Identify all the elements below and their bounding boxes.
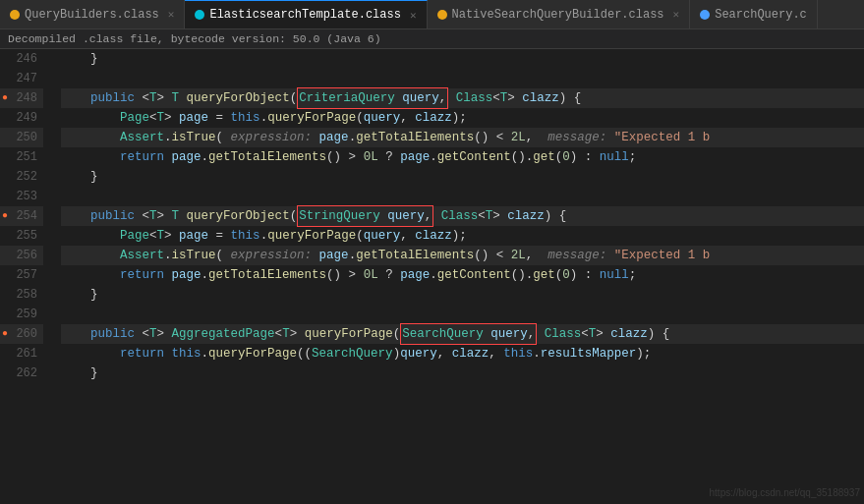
code-line-257: return page . getTotalElements () > 0L ?… <box>61 265 864 285</box>
code-line-248: public < T > T queryForObject (CriteriaQ… <box>61 88 864 108</box>
code-line-247 <box>61 69 864 88</box>
arrow-260: ● <box>2 324 8 344</box>
gutter-250: 250 <box>0 128 43 147</box>
code-line-252: } <box>61 167 864 187</box>
watermark: https://blog.csdn.net/qq_35188937 <box>710 487 860 498</box>
arrow-248: ● <box>2 88 8 108</box>
gutter-259: 259 <box>0 305 43 324</box>
tab-nativesearchquerybuilder[interactable]: NativeSearchQueryBuilder.class ✕ <box>428 0 691 28</box>
code-line-262: } <box>61 364 864 383</box>
gutter-258: 258 <box>0 285 43 305</box>
gutter-251: 251 <box>0 147 43 167</box>
gutter-261: 261 <box>0 344 43 364</box>
tab-bar: QueryBuilders.class ✕ ElasticsearchTempl… <box>0 0 864 29</box>
tab-label-searchquery: SearchQuery.c <box>715 8 807 22</box>
tab-icon-nativesearchquerybuilder <box>437 10 447 20</box>
code-line-256: Assert . isTrue ( expression: page . get… <box>61 246 864 265</box>
tab-icon-elasticsearchtemplate <box>195 10 204 20</box>
gutter-253: 253 <box>0 187 43 206</box>
redbox-searchquery: SearchQuery query, <box>400 323 537 345</box>
code-line-259 <box>61 305 864 324</box>
code-line-260: public < T > AggregatedPage < T > queryF… <box>61 324 864 344</box>
tab-close-querybuilders[interactable]: ✕ <box>168 8 175 21</box>
tab-close-nativesearchquerybuilder[interactable]: ✕ <box>673 8 680 21</box>
tab-querybuilders[interactable]: QueryBuilders.class ✕ <box>0 0 185 28</box>
code-line-246: } <box>61 49 864 69</box>
arrow-254: ● <box>2 206 8 226</box>
tab-close-elasticsearchtemplate[interactable]: ✕ <box>410 9 417 22</box>
gutter-248: ● 248 <box>0 88 43 108</box>
editor: 246 247 ● 248 249 250 251 252 253 ● 254 … <box>0 49 864 500</box>
info-bar: Decompiled .class file, bytecode version… <box>0 29 864 49</box>
code-line-251: return page . getTotalElements () > 0L ?… <box>61 147 864 167</box>
tab-label-nativesearchquerybuilder: NativeSearchQueryBuilder.class <box>452 8 664 22</box>
tab-searchquery[interactable]: SearchQuery.c <box>690 0 818 28</box>
gutter-257: 257 <box>0 265 43 285</box>
code-line-253 <box>61 187 864 206</box>
line-number-gutter: 246 247 ● 248 249 250 251 252 253 ● 254 … <box>0 49 51 500</box>
gutter-247: 247 <box>0 69 43 88</box>
code-line-254: public < T > T queryForObject (StringQue… <box>61 206 864 226</box>
tab-label-querybuilders: QueryBuilders.class <box>25 8 159 22</box>
gutter-256: 256 <box>0 246 43 265</box>
code-line-255: Page < T > page = this . queryForPage ( … <box>61 226 864 246</box>
gutter-252: 252 <box>0 167 43 187</box>
gutter-246: 246 <box>0 49 43 69</box>
gutter-249: 249 <box>0 108 43 128</box>
tab-label-elasticsearchtemplate: ElasticsearchTemplate.class <box>209 8 400 22</box>
code-line-250: Assert . isTrue ( expression: page . get… <box>61 128 864 147</box>
code-area: } public < T > T queryForObject (Criteri… <box>51 49 864 500</box>
tab-icon-querybuilders <box>10 10 20 20</box>
gutter-254: ● 254 <box>0 206 43 226</box>
gutter-260: ● 260 <box>0 324 43 344</box>
gutter-255: 255 <box>0 226 43 246</box>
tab-icon-searchquery <box>700 10 710 20</box>
tab-elasticsearchtemplate[interactable]: ElasticsearchTemplate.class ✕ <box>185 0 427 28</box>
redbox-stringquery: StringQuery query, <box>297 205 433 227</box>
code-line-249: Page < T > page = this . queryForPage ( … <box>61 108 864 128</box>
gutter-262: 262 <box>0 364 43 383</box>
redbox-criteriaquery: CriteriaQuery query, <box>297 87 448 109</box>
info-bar-text: Decompiled .class file, bytecode version… <box>8 32 381 45</box>
code-line-261: return this . queryForPage (( SearchQuer… <box>61 344 864 364</box>
code-line-258: } <box>61 285 864 305</box>
